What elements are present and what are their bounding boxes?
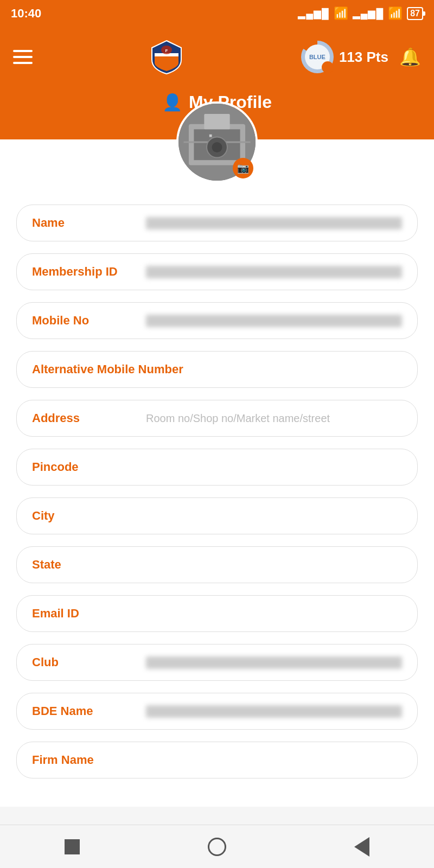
stop-nav-button[interactable] [62,837,82,857]
svg-point-8 [212,142,222,152]
field-label-1: Membership ID [32,265,141,279]
field-label-10: BDE Name [32,704,141,718]
points-badge: BLUE 113 Pts [301,41,388,73]
header-right: BLUE 113 Pts 🔔 [301,41,421,73]
field-label-0: Name [32,216,141,230]
field-value-2: ██████████ [146,315,402,327]
hamburger-line-3 [13,62,33,64]
bottom-navigation [0,825,434,868]
field-label-8: Email ID [32,607,141,621]
svg-rect-9 [209,135,212,137]
field-row-membership-id[interactable]: Membership ID████████████ [16,253,418,290]
field-label-4: Address [32,411,141,425]
svg-rect-6 [204,114,229,129]
field-value-4: Room no/Shop no/Market name/street [146,412,402,425]
field-value-0: ██████████ [146,217,402,229]
signal-icon: ▂▄▆█ [298,8,329,20]
stop-icon [65,839,80,854]
status-bar: 10:40 ▂▄▆█ 📶 ▂▄▆█ 📶 87 [0,0,434,27]
field-label-7: State [32,558,141,572]
field-row-bde-name[interactable]: BDE Name████████████████████████████ [16,693,418,730]
camera-edit-button[interactable]: 📷 [233,158,253,178]
field-row-pincode[interactable]: Pincode [16,449,418,486]
field-value-1: ████████████ [146,266,402,278]
hamburger-menu[interactable] [13,50,33,64]
field-label-3: Alternative Mobile Number [32,362,183,376]
field-label-6: City [32,509,141,523]
tier-circle: BLUE [301,41,334,73]
wifi2-icon: 📶 [388,7,403,21]
field-row-mobile-no[interactable]: Mobile No██████████ [16,302,418,339]
wifi-icon: 📶 [334,7,348,21]
field-row-state[interactable]: State [16,546,418,583]
field-label-9: Club [32,655,141,669]
field-row-name[interactable]: Name██████████ [16,205,418,241]
battery-indicator: 87 [407,7,423,20]
svg-text:F: F [165,48,168,53]
hamburger-line-2 [13,56,33,58]
home-nav-button[interactable] [207,837,227,857]
avatar-section: 📷 [0,101,434,183]
field-row-alternative-mobile-number[interactable]: Alternative Mobile Number [16,351,418,388]
tier-orange-dot [322,61,334,73]
field-row-address[interactable]: AddressRoom no/Shop no/Market name/stree… [16,400,418,437]
field-row-firm-name[interactable]: Firm Name [16,742,418,778]
field-value-10: ████████████████████████████ [146,705,402,718]
field-row-city[interactable]: City [16,497,418,534]
app-header: F BLUE 113 Pts 🔔 [0,27,434,87]
points-display: 113 Pts [339,49,388,66]
status-time: 10:40 [11,7,41,21]
avatar-wrapper: 📷 [176,101,258,183]
field-value-9: ████████ [146,656,402,669]
notification-bell-icon[interactable]: 🔔 [399,47,421,67]
back-nav-button[interactable] [352,837,372,857]
home-icon [208,838,226,856]
back-icon [354,837,369,857]
brand-logo: F [148,38,186,76]
field-row-club[interactable]: Club████████ [16,644,418,681]
field-label-2: Mobile No [32,314,141,328]
field-label-5: Pincode [32,460,141,474]
field-label-11: Firm Name [32,753,141,767]
profile-form: Name██████████Membership ID████████████M… [0,199,434,807]
status-icons: ▂▄▆█ 📶 ▂▄▆█ 📶 87 [298,7,423,21]
hamburger-line-1 [13,50,33,52]
carrier-signal-icon: ▂▄▆█ [353,8,384,20]
field-row-email-id[interactable]: Email ID [16,595,418,632]
